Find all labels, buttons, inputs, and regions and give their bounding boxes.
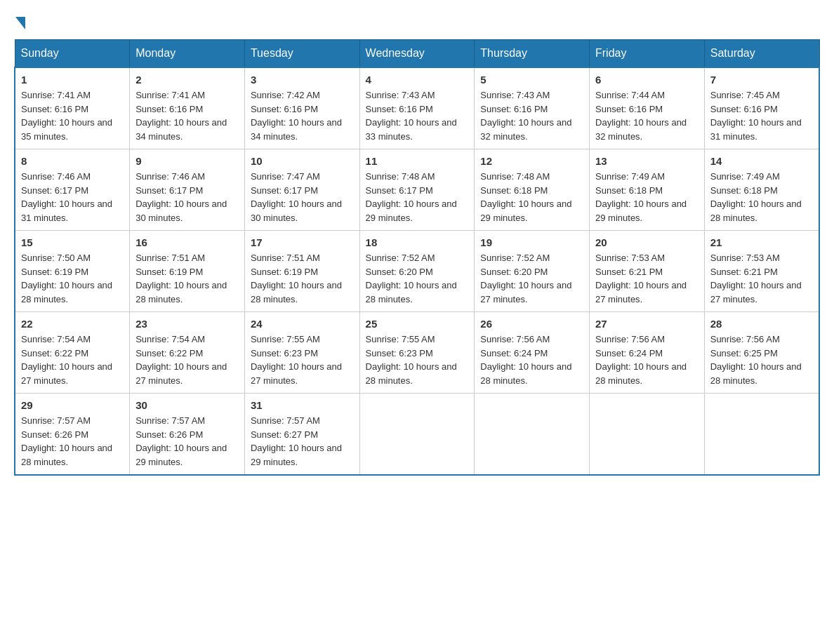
day-number: 19: [480, 236, 583, 248]
sunset-label: Sunset: 6:16 PM: [595, 104, 663, 114]
sunset-label: Sunset: 6:22 PM: [21, 348, 88, 358]
sunset-label: Sunset: 6:17 PM: [135, 185, 203, 196]
sunrise-label: Sunrise: 7:54 AM: [21, 334, 91, 344]
sunset-label: Sunset: 6:17 PM: [251, 185, 318, 196]
daylight-label: Daylight: 10 hours and 29 minutes.: [135, 443, 227, 467]
sunrise-label: Sunrise: 7:57 AM: [251, 415, 320, 426]
sunset-label: Sunset: 6:20 PM: [480, 267, 548, 277]
daylight-label: Daylight: 10 hours and 31 minutes.: [710, 117, 802, 142]
header-wednesday: Wednesday: [359, 40, 475, 68]
day-info: Sunrise: 7:57 AM Sunset: 6:27 PM Dayligh…: [251, 414, 354, 469]
day-info: Sunrise: 7:56 AM Sunset: 6:24 PM Dayligh…: [595, 333, 699, 387]
calendar-cell: 14 Sunrise: 7:49 AM Sunset: 6:18 PM Dayl…: [704, 149, 819, 231]
day-number: 14: [710, 155, 813, 167]
day-number: 26: [480, 318, 583, 330]
day-info: Sunrise: 7:48 AM Sunset: 6:17 PM Dayligh…: [366, 170, 469, 224]
calendar-week-1: 1 Sunrise: 7:41 AM Sunset: 6:16 PM Dayli…: [15, 67, 819, 149]
daylight-label: Daylight: 10 hours and 27 minutes.: [480, 280, 571, 304]
daylight-label: Daylight: 10 hours and 33 minutes.: [366, 117, 457, 142]
logo: [14, 14, 25, 25]
daylight-label: Daylight: 10 hours and 30 minutes.: [135, 199, 227, 223]
daylight-label: Daylight: 10 hours and 28 minutes.: [21, 443, 112, 467]
sunrise-label: Sunrise: 7:52 AM: [480, 253, 550, 263]
daylight-label: Daylight: 10 hours and 28 minutes.: [366, 280, 457, 304]
day-number: 11: [366, 155, 469, 167]
sunset-label: Sunset: 6:18 PM: [480, 185, 548, 196]
sunrise-label: Sunrise: 7:56 AM: [710, 334, 780, 344]
calendar-cell: [475, 394, 590, 476]
sunset-label: Sunset: 6:26 PM: [21, 429, 88, 440]
day-info: Sunrise: 7:49 AM Sunset: 6:18 PM Dayligh…: [710, 170, 813, 224]
calendar-cell: 31 Sunrise: 7:57 AM Sunset: 6:27 PM Dayl…: [244, 394, 359, 476]
day-info: Sunrise: 7:56 AM Sunset: 6:25 PM Dayligh…: [710, 333, 813, 387]
calendar-cell: 6 Sunrise: 7:44 AM Sunset: 6:16 PM Dayli…: [590, 67, 705, 149]
sunrise-label: Sunrise: 7:49 AM: [710, 171, 780, 182]
header-sunday: Sunday: [15, 40, 130, 68]
daylight-label: Daylight: 10 hours and 27 minutes.: [135, 361, 227, 386]
calendar-cell: 10 Sunrise: 7:47 AM Sunset: 6:17 PM Dayl…: [244, 149, 359, 231]
sunset-label: Sunset: 6:16 PM: [135, 104, 203, 114]
day-number: 7: [710, 74, 813, 86]
calendar-cell: 21 Sunrise: 7:53 AM Sunset: 6:21 PM Dayl…: [704, 231, 819, 312]
day-info: Sunrise: 7:53 AM Sunset: 6:21 PM Dayligh…: [595, 251, 699, 306]
calendar-cell: 1 Sunrise: 7:41 AM Sunset: 6:16 PM Dayli…: [15, 67, 130, 149]
calendar-week-2: 8 Sunrise: 7:46 AM Sunset: 6:17 PM Dayli…: [15, 149, 819, 231]
daylight-label: Daylight: 10 hours and 29 minutes.: [251, 443, 342, 467]
header-monday: Monday: [130, 40, 245, 68]
day-info: Sunrise: 7:54 AM Sunset: 6:22 PM Dayligh…: [135, 333, 239, 387]
logo-general-text: [14, 14, 25, 29]
calendar-body: 1 Sunrise: 7:41 AM Sunset: 6:16 PM Dayli…: [15, 67, 819, 475]
sunset-label: Sunset: 6:27 PM: [251, 429, 318, 440]
sunrise-label: Sunrise: 7:55 AM: [366, 334, 435, 344]
calendar-cell: [590, 394, 705, 476]
sunset-label: Sunset: 6:23 PM: [366, 348, 433, 358]
daylight-label: Daylight: 10 hours and 27 minutes.: [21, 361, 112, 386]
sunrise-label: Sunrise: 7:45 AM: [710, 90, 780, 100]
day-info: Sunrise: 7:47 AM Sunset: 6:17 PM Dayligh…: [251, 170, 354, 224]
day-number: 10: [251, 155, 354, 167]
day-info: Sunrise: 7:54 AM Sunset: 6:22 PM Dayligh…: [21, 333, 124, 387]
day-info: Sunrise: 7:57 AM Sunset: 6:26 PM Dayligh…: [135, 414, 239, 469]
day-info: Sunrise: 7:50 AM Sunset: 6:19 PM Dayligh…: [21, 251, 124, 306]
day-info: Sunrise: 7:43 AM Sunset: 6:16 PM Dayligh…: [366, 88, 469, 143]
sunset-label: Sunset: 6:16 PM: [251, 104, 318, 114]
sunrise-label: Sunrise: 7:43 AM: [480, 90, 550, 100]
day-info: Sunrise: 7:46 AM Sunset: 6:17 PM Dayligh…: [21, 170, 124, 224]
header-row: Sunday Monday Tuesday Wednesday Thursday…: [15, 40, 819, 68]
sunset-label: Sunset: 6:19 PM: [21, 267, 88, 277]
sunrise-label: Sunrise: 7:43 AM: [366, 90, 435, 100]
sunset-label: Sunset: 6:26 PM: [135, 429, 203, 440]
day-info: Sunrise: 7:49 AM Sunset: 6:18 PM Dayligh…: [595, 170, 699, 224]
calendar-cell: 7 Sunrise: 7:45 AM Sunset: 6:16 PM Dayli…: [704, 67, 819, 149]
sunrise-label: Sunrise: 7:56 AM: [480, 334, 550, 344]
calendar-cell: 9 Sunrise: 7:46 AM Sunset: 6:17 PM Dayli…: [130, 149, 245, 231]
calendar-cell: 27 Sunrise: 7:56 AM Sunset: 6:24 PM Dayl…: [590, 312, 705, 394]
calendar-cell: 24 Sunrise: 7:55 AM Sunset: 6:23 PM Dayl…: [244, 312, 359, 394]
sunset-label: Sunset: 6:25 PM: [710, 348, 778, 358]
daylight-label: Daylight: 10 hours and 32 minutes.: [480, 117, 571, 142]
day-number: 6: [595, 74, 699, 86]
daylight-label: Daylight: 10 hours and 29 minutes.: [595, 199, 687, 223]
calendar-cell: 3 Sunrise: 7:42 AM Sunset: 6:16 PM Dayli…: [244, 67, 359, 149]
day-number: 16: [135, 236, 239, 248]
day-info: Sunrise: 7:46 AM Sunset: 6:17 PM Dayligh…: [135, 170, 239, 224]
day-info: Sunrise: 7:44 AM Sunset: 6:16 PM Dayligh…: [595, 88, 699, 143]
sunset-label: Sunset: 6:21 PM: [595, 267, 663, 277]
logo-arrow-icon: [15, 17, 25, 29]
calendar-cell: 5 Sunrise: 7:43 AM Sunset: 6:16 PM Dayli…: [475, 67, 590, 149]
sunrise-label: Sunrise: 7:54 AM: [135, 334, 205, 344]
daylight-label: Daylight: 10 hours and 31 minutes.: [21, 199, 112, 223]
calendar-cell: 18 Sunrise: 7:52 AM Sunset: 6:20 PM Dayl…: [359, 231, 475, 312]
daylight-label: Daylight: 10 hours and 34 minutes.: [251, 117, 342, 142]
calendar-cell: 8 Sunrise: 7:46 AM Sunset: 6:17 PM Dayli…: [15, 149, 130, 231]
sunrise-label: Sunrise: 7:46 AM: [135, 171, 205, 182]
sunrise-label: Sunrise: 7:57 AM: [21, 415, 91, 426]
calendar-cell: 11 Sunrise: 7:48 AM Sunset: 6:17 PM Dayl…: [359, 149, 475, 231]
calendar-table: Sunday Monday Tuesday Wednesday Thursday…: [14, 39, 820, 476]
daylight-label: Daylight: 10 hours and 28 minutes.: [135, 280, 227, 304]
day-number: 18: [366, 236, 469, 248]
calendar-cell: 19 Sunrise: 7:52 AM Sunset: 6:20 PM Dayl…: [475, 231, 590, 312]
calendar-header: Sunday Monday Tuesday Wednesday Thursday…: [15, 40, 819, 68]
sunset-label: Sunset: 6:21 PM: [710, 267, 778, 277]
day-info: Sunrise: 7:48 AM Sunset: 6:18 PM Dayligh…: [480, 170, 583, 224]
